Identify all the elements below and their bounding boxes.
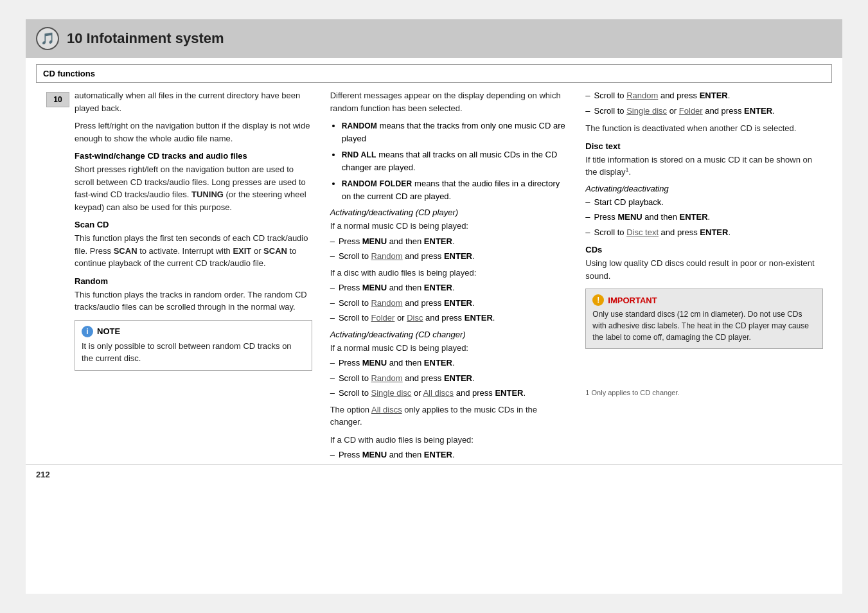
col1-para3: Short presses right/left on the navigati… — [75, 163, 312, 213]
start-cd-text: Start CD playback. — [594, 196, 664, 209]
dash-random-2b: – Scroll to Random and press ENTER. — [330, 372, 568, 385]
cds-para: Using low quality CD discs could result … — [585, 257, 823, 282]
dash-menu-1c: – Press MENU and then ENTER. — [330, 449, 568, 461]
activating-heading-1: Activating/deactivating (CD player) — [330, 208, 568, 217]
disc-text-para: If title information is stored on a musi… — [585, 154, 823, 179]
activating-heading-2: Activating/deactivating (CD changer) — [330, 330, 568, 339]
section-title: CD functions — [43, 69, 95, 78]
cd-audio2: If a CD with audio files is being played… — [330, 434, 568, 447]
note-label: NOTE — [97, 326, 120, 336]
random-keyword: RANDOM — [342, 121, 377, 130]
important-label: IMPORTANT — [608, 296, 657, 305]
deactivated-text: The function is deactivated when another… — [585, 122, 823, 135]
col1-para2: Press left/right on the navigation butto… — [75, 120, 312, 145]
note-box: i NOTE It is only possible to scroll bet… — [75, 320, 312, 371]
left-margin: 10 — [36, 89, 75, 464]
bullet-item-1: RANDOM means that the tracks from only o… — [342, 120, 568, 145]
dash-folder-5a: – Scroll to Folder or Disc and press ENT… — [330, 312, 568, 324]
page-number: 212 — [36, 470, 50, 479]
dash-random-4a: – Scroll to Random and press ENTER. — [330, 297, 568, 310]
dash-random-2a: – Scroll to Random and press ENTER. — [330, 250, 568, 263]
col1-para5: This function plays the tracks in random… — [75, 289, 312, 314]
note-icon: i — [82, 326, 93, 337]
chapter-title: 10 Infotainment system — [67, 30, 224, 47]
rnd-all-keyword: RND ALL — [342, 150, 376, 159]
activating-heading-3: Activating/deactivating — [585, 184, 823, 193]
dash-menu-1a: – Press MENU and then ENTER. — [330, 235, 568, 248]
column-1: automatically when all files in the curr… — [75, 89, 321, 464]
random-folder-keyword: RANDOM FOLDER — [342, 179, 412, 188]
important-box: ! IMPORTANT Only use standard discs (12 … — [585, 289, 823, 349]
page-tab: 10 — [46, 92, 69, 107]
dash-menu-1b: – Press MENU and then ENTER. — [330, 357, 568, 369]
col2-para1: Different messages appear on the display… — [330, 89, 568, 114]
col1-para1: automatically when all files in the curr… — [75, 89, 312, 114]
important-icon: ! — [592, 294, 604, 306]
dash-disc-3d: – Scroll to Disc text and press ENTER. — [585, 226, 823, 239]
important-header: ! IMPORTANT — [592, 294, 816, 306]
dash-single-2: – Scroll to Single disc or Folder and pr… — [585, 105, 823, 118]
chapter-icon: 🎵 — [36, 27, 59, 50]
bullet-list: RANDOM means that the tracks from only o… — [330, 120, 568, 202]
col1-heading3: Random — [75, 276, 312, 286]
bullet-item-2: RND ALL means that all tracks on all mus… — [342, 148, 568, 173]
dash-menu-2d: – Press MENU and then ENTER. — [585, 211, 823, 224]
cds-heading: CDs — [585, 245, 823, 254]
column-2: Different messages appear on the display… — [321, 89, 577, 464]
dash-random-1: – Scroll to Random and press ENTER. — [585, 89, 823, 102]
dash-start-cd: – Start CD playback. — [585, 196, 823, 209]
col1-heading2: Scan CD — [75, 220, 312, 229]
cd-player-normal: If a normal music CD is being played: — [330, 220, 568, 233]
col1-heading1: Fast-wind/change CD tracks and audio fil… — [75, 151, 312, 161]
bullet-item-3: RANDOM FOLDER means that the audio files… — [342, 177, 568, 202]
important-text: Only use standard discs (12 cm in diamet… — [592, 308, 816, 343]
cd-changer-normal: If a normal music CD is being played: — [330, 342, 568, 355]
cd-audio: If a disc with audio files is being play… — [330, 267, 568, 280]
note-header: i NOTE — [82, 326, 305, 337]
dash-menu-3a: – Press MENU and then ENTER. — [330, 281, 568, 294]
option-all-text: The option All discs only applies to the… — [330, 404, 568, 429]
footnote: 1 Only applies to CD changer. — [585, 387, 823, 398]
chapter-header: 🎵 10 Infotainment system — [26, 19, 842, 58]
note-text: It is only possible to scroll between ra… — [82, 340, 305, 365]
dash-single-3b: – Scroll to Single disc or All discs and… — [330, 387, 568, 400]
disc-text-heading: Disc text — [585, 141, 823, 151]
column-3: – Scroll to Random and press ENTER. – Sc… — [576, 89, 832, 464]
page-footer: 212 — [26, 464, 842, 484]
section-box: CD functions — [36, 64, 832, 83]
tuning-bold: TUNING — [191, 190, 224, 199]
col1-para4: This function plays the first ten second… — [75, 232, 312, 270]
